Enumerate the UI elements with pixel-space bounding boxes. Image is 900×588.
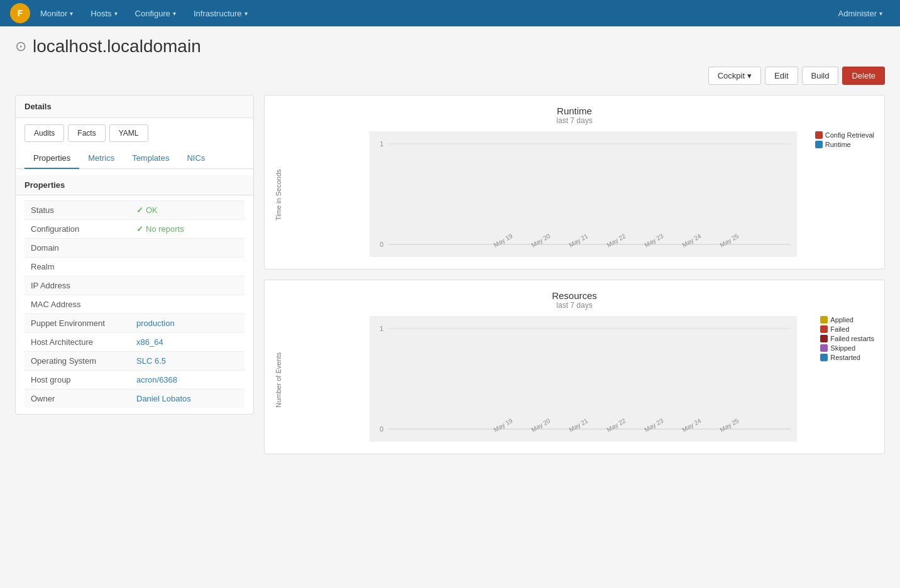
legend-label-failed-restarts: Failed restarts	[830, 335, 874, 342]
nav-right: Administer ▾	[831, 3, 890, 24]
details-tabs: Properties Metrics Templates NICs	[16, 148, 253, 169]
audits-button[interactable]: Audits	[25, 124, 64, 142]
chevron-down-icon: ▾	[114, 10, 118, 17]
puppet-env-link[interactable]: production	[136, 318, 175, 328]
hostgroup-link[interactable]: acron/6368	[136, 375, 177, 384]
delete-button[interactable]: Delete	[842, 67, 885, 85]
legend-item-failed: Failed	[820, 325, 874, 333]
legend-label-runtime: Runtime	[825, 141, 851, 148]
legend-label-restarted: Restarted	[830, 354, 860, 361]
runtime-chart-title: Runtime	[275, 106, 874, 116]
runtime-y-label: Time in Seconds	[275, 131, 287, 259]
properties-header: Properties	[16, 175, 253, 195]
details-panel: Details Audits Facts YAML Properties Met…	[15, 95, 254, 415]
legend-label-applied: Applied	[830, 316, 853, 324]
status-ok-badge: OK	[136, 205, 238, 215]
table-row: Domain	[25, 239, 244, 258]
legend-color-failed-restarts	[820, 335, 828, 342]
chevron-down-icon: ▾	[747, 71, 752, 80]
arch-link[interactable]: x86_64	[136, 337, 163, 347]
prop-value-hostgroup: acron/6368	[130, 371, 244, 389]
legend-color-runtime	[815, 141, 823, 148]
prop-label: Realm	[25, 258, 130, 276]
runtime-chart-container: Runtime last 7 days Time in Seconds 1 0	[264, 95, 885, 270]
prop-value-puppet-env: production	[130, 314, 244, 333]
facts-button[interactable]: Facts	[68, 124, 105, 142]
table-row: Realm	[25, 258, 244, 276]
prop-value-config: No reports	[130, 220, 244, 239]
properties-section: Properties Status OK Configuration	[16, 169, 253, 414]
prop-label: Status	[25, 201, 130, 220]
legend-color-restarted	[820, 354, 828, 361]
nav-infrastructure[interactable]: Infrastructure ▾	[186, 3, 255, 24]
tab-nics[interactable]: NICs	[178, 148, 214, 169]
nav-left: F Monitor ▾ Hosts ▾ Configure ▾ Infrastr…	[10, 3, 255, 24]
page-title-row: ⊙ localhost.localdomain	[15, 36, 885, 57]
prop-value-os: SLC 6.5	[130, 352, 244, 371]
resources-chart-area: Number of Events 1 0 May 19 May 20 May 2…	[275, 316, 874, 444]
table-row: Operating System SLC 6.5	[25, 352, 244, 371]
legend-item-applied: Applied	[820, 316, 874, 324]
top-nav: F Monitor ▾ Hosts ▾ Configure ▾ Infrastr…	[0, 0, 900, 26]
os-link[interactable]: SLC 6.5	[136, 356, 166, 366]
nav-configure[interactable]: Configure ▾	[128, 3, 184, 24]
nav-administer[interactable]: Administer ▾	[831, 3, 890, 24]
prop-label: Configuration	[25, 220, 130, 239]
prop-value-status: OK	[130, 201, 244, 220]
resources-chart-title: Resources	[275, 290, 874, 301]
resources-chart-svg: 1 0 May 19 May 20 May 21 May 22 May 23 M…	[292, 316, 874, 442]
detail-buttons: Audits Facts YAML	[16, 118, 253, 148]
prop-label: Puppet Environment	[25, 314, 130, 333]
legend-color-config-retrieval	[815, 131, 823, 139]
left-panel: Details Audits Facts YAML Properties Met…	[15, 95, 254, 464]
nav-logo: F	[10, 3, 30, 23]
prop-value-mac	[130, 295, 244, 314]
action-buttons: Cockpit ▾ Edit Build Delete	[15, 67, 885, 85]
yaml-button[interactable]: YAML	[109, 124, 148, 142]
table-row: Configuration No reports	[25, 220, 244, 239]
legend-label-failed: Failed	[830, 325, 849, 333]
prop-value-domain	[130, 239, 244, 258]
build-button[interactable]: Build	[802, 67, 839, 85]
edit-button[interactable]: Edit	[765, 67, 798, 85]
resources-chart-container: Resources last 7 days Number of Events 1…	[264, 280, 885, 454]
tab-properties[interactable]: Properties	[25, 148, 79, 169]
nav-hosts[interactable]: Hosts ▾	[83, 3, 124, 24]
right-panel: Runtime last 7 days Time in Seconds 1 0	[264, 95, 885, 464]
table-row: Host group acron/6368	[25, 371, 244, 389]
legend-item-failed-restarts: Failed restarts	[820, 335, 874, 342]
prop-value-arch: x86_64	[130, 333, 244, 352]
prop-label: IP Address	[25, 276, 130, 295]
cockpit-button[interactable]: Cockpit ▾	[708, 67, 761, 85]
svg-text:0: 0	[380, 425, 383, 433]
legend-item-skipped: Skipped	[820, 344, 874, 352]
resources-chart-subtitle: last 7 days	[275, 301, 874, 310]
legend-label-config-retrieval: Config Retrieval	[825, 131, 874, 139]
prop-value-owner: Daniel Lobatos	[130, 389, 244, 408]
resources-y-label: Number of Events	[275, 316, 287, 444]
runtime-chart-svg: 1 0 May 19 May 20 May 21 May 22 May 23 M…	[292, 131, 874, 257]
tab-templates[interactable]: Templates	[123, 148, 178, 169]
owner-link[interactable]: Daniel Lobatos	[136, 394, 191, 403]
runtime-chart-area: Time in Seconds 1 0 May 19 May	[275, 131, 874, 259]
table-row: Owner Daniel Lobatos	[25, 389, 244, 408]
page-content: ⊙ localhost.localdomain Cockpit ▾ Edit B…	[0, 26, 900, 474]
prop-label: Owner	[25, 389, 130, 408]
prop-value-ip	[130, 276, 244, 295]
tab-metrics[interactable]: Metrics	[79, 148, 123, 169]
nav-monitor[interactable]: Monitor ▾	[33, 3, 80, 24]
chevron-down-icon: ▾	[879, 10, 882, 17]
runtime-chart-subtitle: last 7 days	[275, 116, 874, 125]
legend-item-restarted: Restarted	[820, 354, 874, 361]
legend-item-runtime: Runtime	[815, 141, 874, 148]
runtime-chart-main: 1 0 May 19 May 20 May 21 May 22 May 23 M…	[292, 131, 874, 259]
page-title: localhost.localdomain	[33, 36, 201, 57]
legend-item-config-retrieval: Config Retrieval	[815, 131, 874, 139]
chevron-down-icon: ▾	[173, 10, 176, 17]
resources-legend: Applied Failed Failed restarts	[820, 316, 874, 361]
legend-color-skipped	[820, 344, 828, 352]
chevron-down-icon: ▾	[70, 10, 73, 17]
table-row: Host Architecture x86_64	[25, 333, 244, 352]
details-panel-header: Details	[16, 95, 253, 118]
resources-chart-main: 1 0 May 19 May 20 May 21 May 22 May 23 M…	[292, 316, 874, 444]
